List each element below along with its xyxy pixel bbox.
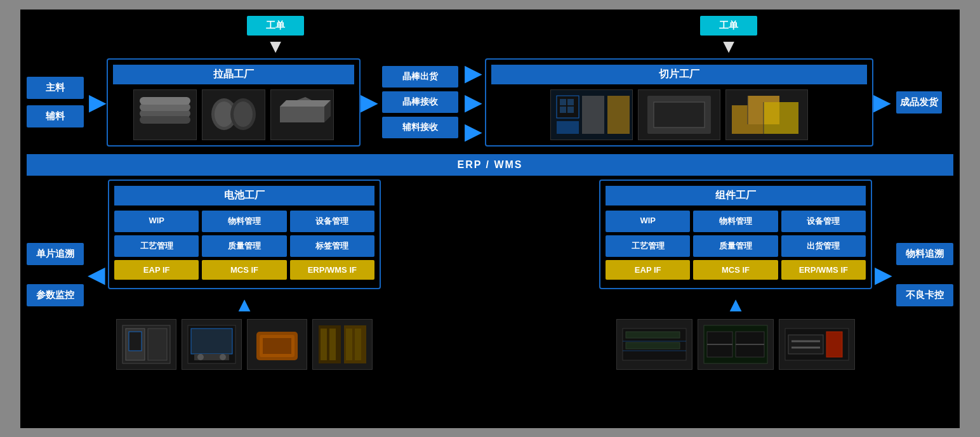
svg-rect-18: [607, 96, 630, 134]
left-labels-container: 主料 辅料: [27, 58, 84, 147]
down-arrow-right: ▼: [719, 37, 738, 56]
svg-rect-57: [788, 335, 823, 354]
component-factory-box: 组件工厂 WIP 物料管理 设备管理 工艺管理 质量管理 出货管理 EAP IF…: [599, 179, 872, 289]
svg-rect-24: [764, 102, 798, 134]
main-container: 工单 ▼ 工单 ▼ 主料 辅料 ▶ 拉晶工厂: [20, 10, 960, 428]
label-material-trace: 物料追溯: [896, 243, 953, 265]
qiepian-image-3: [725, 89, 808, 140]
component-equip-image-2: [698, 319, 774, 370]
component-equip-image-3: [779, 319, 855, 370]
svg-rect-48: [626, 332, 680, 338]
component-factory-container: 组件工厂 WIP 物料管理 设备管理 工艺管理 质量管理 出货管理 EAP IF…: [599, 179, 872, 370]
lajing-factory-title: 拉晶工厂: [113, 65, 354, 84]
svg-rect-30: [129, 332, 142, 351]
component-process-mgmt: 工艺管理: [606, 235, 690, 257]
battery-module-row2: 工艺管理 质量管理 标签管理: [114, 235, 374, 257]
qiepian-factory-title: 切片工厂: [491, 65, 867, 84]
component-up-arrow: ▲: [725, 293, 746, 316]
component-eap-if: EAP IF: [606, 260, 690, 280]
center-space: [381, 179, 599, 370]
top-left-work-order-box: 工单: [247, 16, 304, 36]
svg-rect-17: [582, 96, 604, 134]
battery-factory-title: 电池工厂: [114, 186, 374, 205]
component-shipping-mgmt: 出货管理: [781, 235, 866, 257]
svg-rect-3: [140, 97, 190, 105]
arrow-lajing-to-mid: ▶: [361, 58, 378, 147]
svg-rect-15: [567, 107, 574, 113]
component-factory-title: 组件工厂: [606, 186, 866, 205]
box-crystal-receive: 晶棒接收: [382, 91, 458, 113]
bottom-section: 单片追溯 参数监控 ◀ 电池工厂 WIP 物料管理 设备管理 工艺管理 质量管理…: [27, 179, 953, 370]
lajing-images-row: [113, 89, 354, 140]
label-defect-control: 不良卡控: [896, 284, 953, 306]
battery-label-mgmt: 标签管理: [290, 235, 374, 257]
label-main-material: 主料: [27, 77, 84, 99]
box-aux-receive: 辅料接收: [382, 117, 458, 138]
component-erp-wms-if: ERP/WMS IF: [781, 260, 866, 280]
svg-rect-43: [346, 329, 352, 360]
battery-up-arrow: ▲: [234, 293, 255, 316]
svg-rect-42: [329, 329, 336, 360]
component-material-mgmt: 物料管理: [693, 211, 778, 232]
component-module-row1: WIP 物料管理 设备管理: [606, 211, 866, 232]
svg-point-7: [234, 101, 253, 127]
battery-process-mgmt: 工艺管理: [114, 235, 199, 257]
svg-rect-32: [191, 329, 232, 354]
battery-module-row3: EAP IF MCS IF ERP/WMS IF: [114, 260, 374, 280]
component-equip-mgmt: 设备管理: [781, 211, 866, 232]
battery-material-mgmt: 物料管理: [202, 211, 286, 232]
battery-bottom-images: [108, 319, 381, 370]
svg-rect-56: [826, 332, 842, 357]
label-param-monitor: 参数监控: [27, 284, 84, 306]
arrow-to-lajing: ▶: [89, 58, 107, 147]
battery-up-arrow-container: ▲: [108, 293, 381, 316]
component-quality-mgmt: 质量管理: [693, 235, 778, 257]
svg-rect-2: [140, 116, 190, 124]
component-module-row2: 工艺管理 质量管理 出货管理: [606, 235, 866, 257]
label-aux-material: 辅料: [27, 105, 84, 127]
svg-rect-14: [560, 107, 566, 113]
component-bottom-images: [599, 319, 872, 370]
arrow-component-to-right: ▶: [875, 179, 892, 370]
battery-quality-mgmt: 质量管理: [202, 235, 286, 257]
top-right-work-order-box: 工单: [700, 16, 757, 36]
svg-rect-29: [148, 329, 167, 360]
svg-rect-21: [654, 102, 705, 127]
arrow-battery-to-left: ◀: [88, 179, 105, 370]
lajing-image-2: [202, 89, 265, 140]
svg-point-34: [197, 354, 204, 360]
svg-rect-16: [557, 121, 579, 134]
component-equip-image-1: [616, 319, 692, 370]
qiepian-image-2: ■ ■ ■: [638, 89, 720, 140]
arrow-qiepian-to-right: ▶: [873, 58, 891, 147]
component-module-row3: EAP IF MCS IF ERP/WMS IF: [606, 260, 866, 280]
bottom-left-labels: 单片追溯 参数监控: [27, 179, 84, 370]
qiepian-images-row: ■ ■ ■: [491, 89, 867, 140]
battery-eap-if: EAP IF: [114, 260, 199, 280]
battery-equip-mgmt: 设备管理: [290, 211, 374, 232]
svg-rect-12: [560, 99, 566, 105]
down-arrow-left: ▼: [266, 37, 285, 56]
middle-boxes-col: 晶棒出货 晶棒接收 辅料接收: [382, 58, 458, 147]
svg-rect-38: [263, 338, 291, 354]
battery-erp-wms-if: ERP/WMS IF: [290, 260, 374, 280]
svg-marker-10: [280, 100, 331, 107]
qiepian-factory-box: 切片工厂: [485, 58, 873, 147]
arrow3-to-qiepian: ▶: [465, 118, 482, 145]
component-mcs-if: MCS IF: [693, 260, 778, 280]
battery-equip-image-1: [116, 319, 176, 370]
label-single-trace: 单片追溯: [27, 243, 84, 265]
battery-wip: WIP: [114, 211, 199, 232]
battery-module-row1: WIP 物料管理 设备管理: [114, 211, 374, 232]
lajing-image-3: [270, 89, 334, 140]
battery-equip-image-2: [182, 319, 242, 370]
battery-factory-container: 电池工厂 WIP 物料管理 设备管理 工艺管理 质量管理 标签管理 EAP IF…: [108, 179, 381, 370]
lajing-image-1: [133, 89, 197, 140]
battery-equip-image-3: [247, 319, 307, 370]
arrow2-to-qiepian: ▶: [465, 89, 482, 115]
label-finished-goods: 成品发货: [896, 91, 942, 114]
svg-rect-49: [626, 342, 680, 349]
battery-equip-image-4: [312, 319, 373, 370]
svg-point-35: [220, 354, 226, 360]
svg-rect-41: [321, 329, 327, 360]
